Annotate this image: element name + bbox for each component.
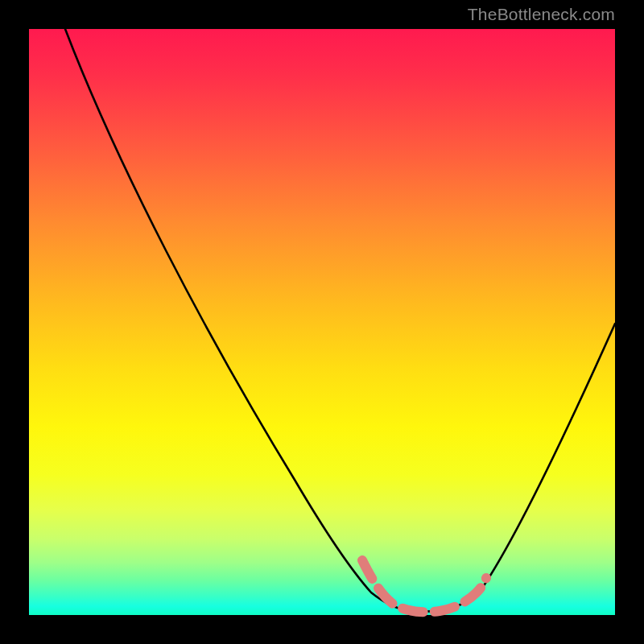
curve-svg [29, 29, 615, 615]
main-curve [65, 29, 615, 612]
chart-stage: TheBottleneck.com [0, 0, 644, 644]
highlight-curve [362, 560, 486, 612]
watermark-text: TheBottleneck.com [468, 5, 615, 24]
plot-area [29, 29, 615, 615]
